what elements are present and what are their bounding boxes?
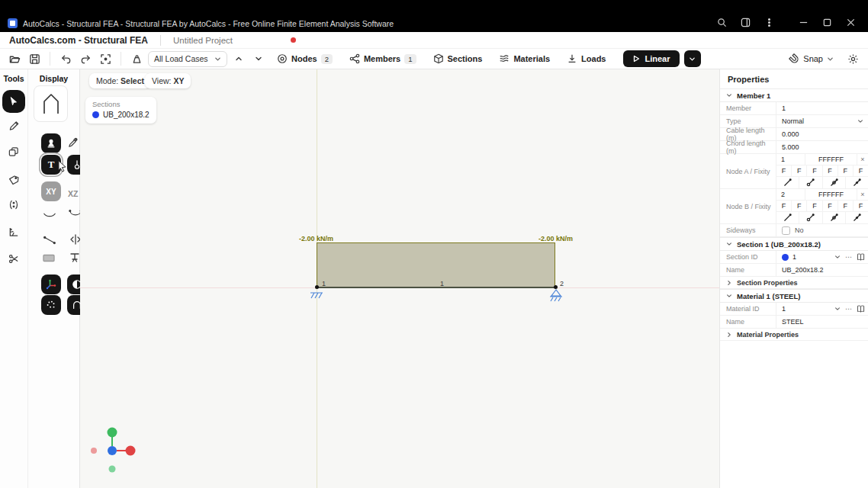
release-pin-partial-icon[interactable] [823, 177, 846, 188]
node-b-fix-cell[interactable]: F [854, 201, 868, 211]
chord-length-input[interactable]: 5.000 [776, 141, 868, 153]
more-options-icon[interactable]: ⋯ [845, 253, 852, 261]
material-name-input[interactable]: STEEL [776, 316, 868, 328]
member-1[interactable] [317, 287, 556, 288]
supports-toggle-button[interactable] [41, 133, 61, 153]
section-name-input[interactable]: UB_200x18.2 [776, 264, 868, 276]
member-diagram-icon[interactable] [43, 235, 56, 246]
material-id-select[interactable]: 1 ⋯ [776, 303, 868, 315]
member-type-select[interactable]: Normal [776, 115, 868, 127]
member-id-value[interactable]: 1 [776, 102, 868, 114]
copy-tool-icon[interactable] [8, 146, 20, 158]
display-tab[interactable]: Display [28, 69, 79, 83]
library-book-icon[interactable] [857, 305, 865, 313]
undo-icon[interactable] [57, 50, 74, 67]
frame-preview-button[interactable] [34, 85, 68, 122]
axes-triad-button[interactable] [41, 274, 61, 294]
release-pin-partial-icon[interactable] [823, 212, 846, 223]
model-canvas[interactable]: Mode: Select View: XY Sections UB_200x18… [80, 69, 719, 488]
browser-panel-icon[interactable] [741, 18, 751, 27]
node-b-fix-cell[interactable]: F [838, 201, 854, 211]
search-icon[interactable] [717, 18, 727, 27]
load-case-icon[interactable] [128, 50, 145, 67]
node-a-fix-cell[interactable]: F [807, 165, 822, 176]
plane-xz-button[interactable]: XZ [68, 186, 78, 200]
redo-icon[interactable] [77, 50, 94, 67]
node-b-fixity-input[interactable]: FFFFFF [805, 189, 857, 200]
library-book-icon[interactable] [857, 253, 865, 261]
release-pin-free-icon[interactable] [799, 177, 822, 188]
section-properties-toggle[interactable]: Section Properties [720, 277, 868, 289]
cable-length-label: Cable length (m) [720, 128, 776, 140]
dimension-tool-icon[interactable] [8, 226, 20, 238]
deflection-shallow-icon[interactable] [43, 211, 56, 220]
node-a-fix-cell[interactable]: F [838, 165, 854, 176]
section-section-header[interactable]: Section 1 (UB_200x18.2) [720, 237, 868, 251]
draw-pencil-icon[interactable] [8, 120, 20, 132]
load-case-select[interactable]: All Load Cases [148, 51, 227, 67]
settings-gear-icon[interactable] [847, 53, 859, 65]
prev-load-case-icon[interactable] [230, 50, 247, 67]
node-a-fix-cell[interactable]: F [792, 165, 807, 176]
chord-length-value: 5.000 [782, 143, 799, 151]
node-b-clear-button[interactable]: × [857, 189, 868, 200]
node-numbers-tool-icon[interactable] [8, 199, 20, 210]
material-properties-toggle[interactable]: Material Properties [720, 329, 868, 341]
node-b-fix-cell[interactable]: F [776, 201, 792, 211]
restore-button[interactable] [822, 18, 832, 27]
node-a-fix-cell[interactable]: F [823, 165, 838, 176]
zoom-fit-icon[interactable] [97, 50, 114, 67]
solve-button[interactable]: Linear [623, 50, 679, 67]
close-button[interactable] [846, 18, 856, 27]
menu-dots-icon[interactable] [764, 18, 774, 27]
release-pin-double-icon[interactable] [846, 177, 868, 188]
release-pin-icon[interactable] [776, 212, 799, 223]
project-name-input[interactable] [172, 35, 263, 46]
select-tool-button[interactable] [2, 90, 25, 113]
distributed-load[interactable] [317, 242, 555, 287]
node-b-fix-cell[interactable]: F [792, 201, 807, 211]
node-a-id-input[interactable]: 1 [776, 154, 805, 165]
cut-scissors-icon[interactable] [8, 253, 20, 265]
more-options-icon[interactable]: ⋯ [845, 305, 852, 313]
sideways-checkbox[interactable] [782, 226, 790, 235]
node-1[interactable] [315, 285, 319, 289]
chevron-down-icon[interactable] [834, 306, 841, 312]
release-pin-icon[interactable] [776, 177, 799, 188]
support-symbol-icon[interactable] [69, 252, 80, 262]
member-section-header[interactable]: Member 1 [720, 88, 868, 102]
minimize-button[interactable] [799, 18, 809, 27]
node-a-fix-cell[interactable]: F [854, 165, 868, 176]
node-a-fix-cell[interactable]: F [776, 165, 792, 176]
snap-button[interactable]: Snap [789, 53, 834, 64]
solve-dropdown-button[interactable] [684, 50, 701, 67]
plane-xy-button[interactable]: XY [41, 181, 61, 201]
solid-section-icon[interactable] [43, 254, 55, 262]
tools-tab[interactable]: Tools [0, 69, 27, 83]
members-button[interactable]: Members 1 [349, 53, 416, 64]
material-section-header[interactable]: Material 1 (STEEL) [720, 289, 868, 303]
eyedropper-icon[interactable] [67, 137, 79, 149]
sections-button[interactable]: Sections [433, 53, 483, 64]
next-load-case-icon[interactable] [250, 50, 267, 67]
labels-toggle-button[interactable]: T [41, 155, 61, 175]
points-toggle-button[interactable] [41, 295, 61, 315]
cable-length-input[interactable]: 0.000 [776, 128, 868, 140]
release-pin-double-icon[interactable] [846, 212, 868, 223]
node-a-clear-button[interactable]: × [857, 154, 868, 165]
node-a-fixity-input[interactable]: FFFFFF [805, 154, 857, 165]
chevron-down-icon[interactable] [834, 254, 841, 260]
section-id-select[interactable]: 1 ⋯ [776, 251, 868, 263]
nodes-button[interactable]: Nodes 2 [277, 53, 333, 64]
node-b-fix-cell[interactable]: F [807, 201, 822, 211]
save-icon[interactable] [26, 50, 43, 67]
node-b-id-input[interactable]: 2 [776, 189, 805, 200]
node-b-fix-cell[interactable]: F [823, 201, 838, 211]
open-file-icon[interactable] [6, 50, 23, 67]
tag-tool-icon[interactable] [8, 175, 20, 186]
materials-button[interactable]: Materials [499, 53, 550, 64]
material-id-label: Material ID [720, 303, 776, 315]
release-pin-free-icon[interactable] [799, 212, 822, 223]
loads-button[interactable]: Loads [567, 53, 606, 64]
member-id-text: 1 [782, 104, 786, 112]
